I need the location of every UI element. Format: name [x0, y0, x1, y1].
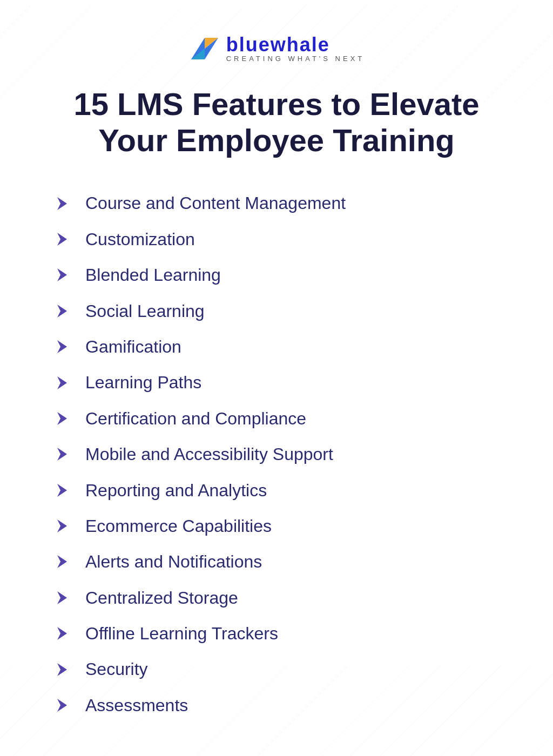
- list-item: Gamification: [55, 329, 498, 364]
- svg-marker-7: [57, 233, 67, 246]
- chevron-icon: [55, 265, 75, 285]
- svg-marker-6: [57, 197, 67, 210]
- svg-marker-16: [57, 555, 67, 568]
- svg-marker-8: [57, 268, 67, 281]
- chevron-icon: [55, 552, 75, 571]
- logo-container: bluewhale CREATING WHAT'S NEXT: [188, 32, 365, 65]
- logo-area: bluewhale CREATING WHAT'S NEXT: [188, 32, 365, 65]
- chevron-icon: [55, 373, 75, 393]
- list-item: Ecommerce Capabilities: [55, 508, 498, 544]
- feature-label: Centralized Storage: [85, 588, 238, 608]
- feature-label: Course and Content Management: [85, 193, 346, 213]
- feature-label: Customization: [85, 229, 195, 249]
- list-item: Assessments: [55, 687, 498, 723]
- feature-label: Certification and Compliance: [85, 408, 306, 429]
- chevron-icon: [55, 588, 75, 608]
- list-item: Alerts and Notifications: [55, 544, 498, 579]
- feature-label: Reporting and Analytics: [85, 480, 267, 501]
- svg-marker-18: [57, 627, 67, 640]
- list-item: Certification and Compliance: [55, 401, 498, 436]
- list-item: Security: [55, 651, 498, 687]
- svg-marker-10: [57, 340, 67, 353]
- list-item: Reporting and Analytics: [55, 473, 498, 508]
- svg-marker-20: [57, 699, 67, 712]
- list-item: Learning Paths: [55, 364, 498, 400]
- chevron-icon: [55, 230, 75, 249]
- svg-marker-13: [57, 448, 67, 461]
- feature-label: Offline Learning Trackers: [85, 623, 278, 644]
- svg-marker-15: [57, 519, 67, 532]
- chevron-icon: [55, 409, 75, 428]
- svg-marker-14: [57, 484, 67, 497]
- chevron-icon: [55, 696, 75, 715]
- chevron-icon: [55, 337, 75, 356]
- chevron-icon: [55, 481, 75, 500]
- feature-label: Mobile and Accessibility Support: [85, 444, 333, 464]
- chevron-icon: [55, 194, 75, 213]
- svg-marker-19: [57, 663, 67, 676]
- feature-label: Security: [85, 659, 148, 679]
- feature-label: Assessments: [85, 695, 188, 716]
- svg-marker-9: [57, 305, 67, 318]
- logo-tagline: CREATING WHAT'S NEXT: [226, 55, 365, 63]
- feature-label: Learning Paths: [85, 372, 201, 393]
- svg-marker-11: [57, 376, 67, 389]
- logo-icon: [188, 32, 221, 65]
- feature-label: Social Learning: [85, 301, 205, 321]
- main-content: bluewhale CREATING WHAT'S NEXT 15 LMS Fe…: [0, 0, 553, 756]
- list-item: Course and Content Management: [55, 185, 498, 221]
- chevron-icon: [55, 624, 75, 643]
- chevron-icon: [55, 301, 75, 321]
- list-item: Centralized Storage: [55, 580, 498, 616]
- chevron-icon: [55, 444, 75, 464]
- logo-brand: bluewhale: [226, 35, 330, 55]
- list-item: Blended Learning: [55, 257, 498, 293]
- feature-label: Alerts and Notifications: [85, 551, 262, 572]
- feature-label: Ecommerce Capabilities: [85, 516, 272, 536]
- feature-label: Gamification: [85, 336, 181, 357]
- page-title: 15 LMS Features to Elevate Your Employee…: [73, 86, 479, 158]
- feature-label: Blended Learning: [85, 265, 221, 285]
- feature-list: Course and Content Management Customizat…: [55, 185, 498, 723]
- list-item: Mobile and Accessibility Support: [55, 436, 498, 472]
- logo-text-group: bluewhale CREATING WHAT'S NEXT: [226, 35, 365, 63]
- svg-marker-12: [57, 412, 67, 425]
- list-item: Offline Learning Trackers: [55, 616, 498, 651]
- chevron-icon: [55, 660, 75, 679]
- list-item: Customization: [55, 221, 498, 257]
- svg-marker-17: [57, 591, 67, 604]
- chevron-icon: [55, 516, 75, 536]
- list-item: Social Learning: [55, 293, 498, 329]
